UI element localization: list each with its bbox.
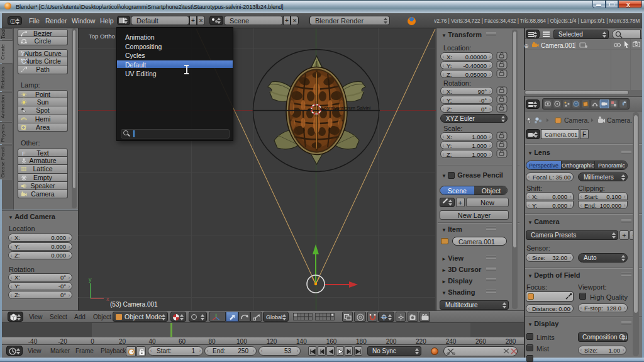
svg-text:w.carnivoraforum Salvini: w.carnivoraforum Salvini: [319, 105, 371, 111]
svg-text:Camera.: Camera.: [564, 116, 589, 124]
svg-text:y: y: [89, 276, 92, 283]
svg-text:Camera.: Camera.: [607, 116, 632, 124]
svg-text:F: F: [22, 150, 26, 156]
svg-text:x: x: [106, 296, 109, 302]
svg-text:(53) Camera.001: (53) Camera.001: [110, 301, 158, 308]
svg-text:Top Ortho: Top Ortho: [89, 33, 115, 40]
